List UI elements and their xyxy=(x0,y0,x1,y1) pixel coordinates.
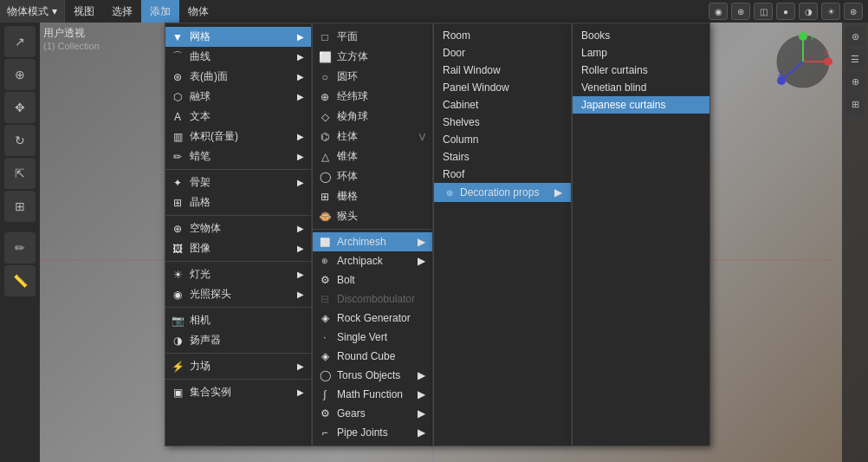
menu-l1-lightprobe[interactable]: ◉ 光照探头 ▶ xyxy=(165,284,311,304)
mode-selector[interactable]: 物体模式 ▾ xyxy=(0,0,65,23)
mesh-torusobjects[interactable]: ◯ Torus Objects ▶ xyxy=(313,366,432,385)
shading-material-btn[interactable]: ◑ xyxy=(799,3,818,20)
right-tool-3[interactable]: ⊕ xyxy=(845,71,865,92)
cylinder-label: 柱体 xyxy=(337,129,358,144)
menu-l1-empty[interactable]: ⊕ 空物体 ▶ xyxy=(165,218,311,238)
arch-column-label: Column xyxy=(443,133,478,146)
viewport-shading-btn[interactable]: ◉ xyxy=(709,3,728,20)
mode-label: 物体模式 xyxy=(7,4,49,19)
overlay-btn[interactable]: ⊕ xyxy=(731,3,750,20)
select-tool-btn[interactable]: ↗ xyxy=(4,26,36,57)
menu-l1-collection[interactable]: ▣ 集合实例 ▶ xyxy=(165,382,311,402)
camera-label: 相机 xyxy=(190,313,211,328)
xray-btn[interactable]: ◫ xyxy=(754,3,773,20)
plane-icon: □ xyxy=(318,30,332,44)
mesh-sep xyxy=(313,229,432,230)
mesh-monkey[interactable]: 🐵 猴头 xyxy=(313,206,432,226)
mesh-grid[interactable]: ⊞ 栅格 xyxy=(313,186,432,206)
rotate-tool-btn[interactable]: ↻ xyxy=(4,125,36,156)
menu-l1-text[interactable]: A 文本 xyxy=(165,107,311,127)
menu-l1-metaball[interactable]: ⬡ 融球 ▶ xyxy=(165,87,311,107)
menu-l1-light[interactable]: ☀ 灯光 ▶ xyxy=(165,264,311,284)
deco-japanesecurtains[interactable]: Japanese curtains xyxy=(573,96,709,114)
singlevert-label: Single Vert xyxy=(337,331,387,343)
mesh-cube[interactable]: ⬜ 立方体 xyxy=(313,47,432,67)
collection-label: (1) Collection xyxy=(43,41,100,51)
annotate-tool-btn[interactable]: ✏ xyxy=(4,232,36,264)
shading-rendered-btn[interactable]: ☀ xyxy=(821,3,840,20)
menu-l1-volume[interactable]: ▥ 体积(音量) ▶ xyxy=(165,127,311,146)
mesh-cone[interactable]: △ 锥体 xyxy=(313,146,432,166)
menu-l1-surface[interactable]: ⊛ 表(曲)面 ▶ xyxy=(165,67,311,87)
arch-roof[interactable]: Roof xyxy=(434,166,571,183)
menu-l1-forcefield[interactable]: ⚡ 力场 ▶ xyxy=(165,356,311,376)
move-tool-btn[interactable]: ✥ xyxy=(4,92,36,123)
transform-tool-btn[interactable]: ⊞ xyxy=(4,191,36,222)
deco-venetianblind[interactable]: Venetian blind xyxy=(573,79,709,96)
mesh-icosphere[interactable]: ◇ 棱角球 xyxy=(313,107,432,127)
shading-solid-btn[interactable]: ● xyxy=(776,3,795,20)
menu-l1-camera[interactable]: 📷 相机 xyxy=(165,310,311,330)
cursor-tool-btn[interactable]: ⊕ xyxy=(4,59,36,90)
volume-icon: ▥ xyxy=(171,130,185,144)
mesh-mathfunction[interactable]: ∫ Math Function ▶ xyxy=(313,385,432,404)
mesh-cylinder[interactable]: ⌬ 柱体 V xyxy=(313,127,432,146)
viewport-header: 用户透视 (1) Collection xyxy=(43,26,100,51)
arch-cabinet[interactable]: Cabinet xyxy=(434,96,571,114)
deco-lamp[interactable]: Lamp xyxy=(573,44,709,62)
text-icon: A xyxy=(171,110,185,124)
arch-railwindow[interactable]: Rail Window xyxy=(434,62,571,79)
uvsphere-label: 经纬球 xyxy=(337,89,368,104)
right-tool-1[interactable]: ⊛ xyxy=(845,26,865,47)
deco-books[interactable]: Books xyxy=(573,27,709,44)
mesh-uvsphere[interactable]: ⊕ 经纬球 xyxy=(313,87,432,107)
mesh-gears[interactable]: ⚙ Gears ▶ xyxy=(313,404,432,423)
mesh-rock[interactable]: ◈ Rock Generator xyxy=(313,309,432,328)
mesh-archimesh[interactable]: ⬜ Archimesh ▶ xyxy=(313,232,432,251)
cone-icon: △ xyxy=(318,150,332,164)
mesh-pipejoints[interactable]: ⌐ Pipe Joints ▶ xyxy=(313,423,432,442)
menu-l1-curve[interactable]: ⌒ 曲线 ▶ xyxy=(165,47,311,67)
arch-room[interactable]: Room xyxy=(434,27,571,44)
forcefield-label: 力场 xyxy=(190,359,211,374)
right-tool-2[interactable]: ☰ xyxy=(845,49,865,69)
arch-decorationprops[interactable]: ⊛ Decoration props ▶ xyxy=(434,183,571,202)
menu-l1-greasepencil[interactable]: ✏ 蜡笔 ▶ xyxy=(165,146,311,166)
arch-stairs[interactable]: Stairs xyxy=(434,148,571,166)
shading-eevee-btn[interactable]: ⊛ xyxy=(844,3,863,20)
top-bar: 物体模式 ▾ 视图 选择 添加 物体 ◉ ⊕ ◫ ● ◑ ☀ ⊛ xyxy=(0,0,868,23)
svg-text:X: X xyxy=(824,49,829,57)
metaball-icon: ⬡ xyxy=(171,90,185,104)
scale-tool-btn[interactable]: ⇱ xyxy=(4,158,36,189)
mesh-circle[interactable]: ○ 圆环 xyxy=(313,67,432,87)
mesh-roundcube[interactable]: ◈ Round Cube xyxy=(313,347,432,366)
menu-l1-armature[interactable]: ✦ 骨架 ▶ xyxy=(165,172,311,192)
lattice-icon: ⊞ xyxy=(171,196,185,210)
right-tool-4[interactable]: ⊞ xyxy=(845,94,865,114)
menu-l1-image[interactable]: 🖼 图像 ▶ xyxy=(165,238,311,258)
empty-icon: ⊕ xyxy=(171,222,185,236)
mesh-bolt[interactable]: ⚙ Bolt xyxy=(313,270,432,290)
mesh-label: 网格 xyxy=(190,29,211,44)
deco-rollercurtains[interactable]: Roller curtains xyxy=(573,62,709,79)
menu-l1-mesh[interactable]: ▼ 网格 ▶ xyxy=(165,27,311,47)
bolt-label: Bolt xyxy=(337,274,355,286)
menu-view[interactable]: 视图 xyxy=(65,0,103,23)
menu-l1-lattice[interactable]: ⊞ 晶格 xyxy=(165,192,311,212)
mesh-archipack[interactable]: ⊛ Archipack ▶ xyxy=(313,251,432,270)
arch-door[interactable]: Door xyxy=(434,44,571,62)
mesh-torus[interactable]: ◯ 环体 xyxy=(313,166,432,186)
menu-add[interactable]: 添加 xyxy=(141,0,179,23)
mesh-submenu: □ 平面 ⬜ 立方体 ○ 圆环 ⊕ 经纬球 ◇ 棱角球 ⌬ 柱体 V △ 锥体 xyxy=(312,23,433,446)
light-label: 灯光 xyxy=(190,267,211,282)
menu-l1-speaker[interactable]: ◑ 扬声器 xyxy=(165,330,311,350)
mesh-plane[interactable]: □ 平面 xyxy=(313,27,432,47)
arch-column[interactable]: Column xyxy=(434,131,571,148)
menu-object[interactable]: 物体 xyxy=(179,0,217,23)
mesh-singlevert[interactable]: · Single Vert xyxy=(313,328,432,347)
arch-shelves[interactable]: Shelves xyxy=(434,114,571,131)
arch-panelwindow[interactable]: Panel Window xyxy=(434,79,571,96)
measure-tool-btn[interactable]: 📏 xyxy=(4,265,36,296)
menu-select[interactable]: 选择 xyxy=(103,0,141,23)
mathfunction-icon: ∫ xyxy=(318,387,332,401)
